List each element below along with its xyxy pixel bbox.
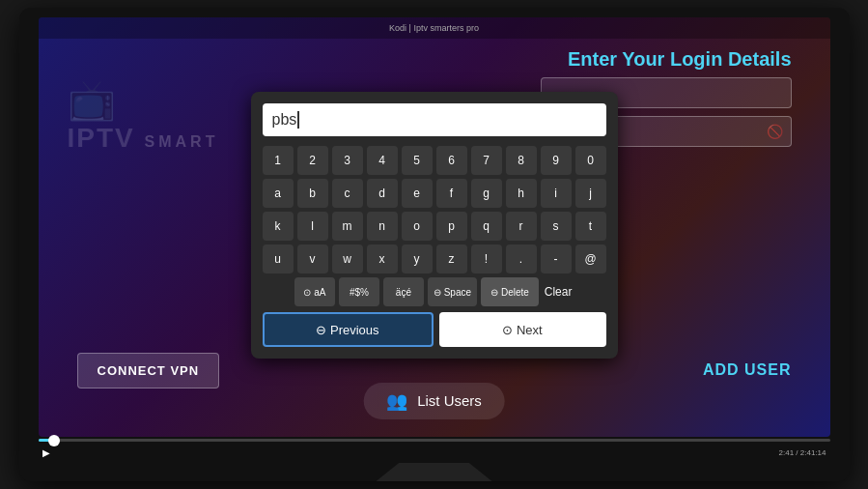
key-symbols[interactable]: #$% bbox=[339, 277, 379, 306]
tv-frame: Kodi | Iptv smarters pro 📺 IPTV SMART En… bbox=[19, 8, 850, 481]
key-delete[interactable]: ⊖ Delete bbox=[481, 277, 539, 306]
key-w[interactable]: w bbox=[332, 244, 363, 273]
key-6[interactable]: 6 bbox=[436, 146, 467, 175]
key-b[interactable]: b bbox=[297, 179, 328, 208]
keyboard-overlay: pbs 1 2 3 4 5 6 7 8 9 0 bbox=[251, 92, 618, 359]
key-3[interactable]: 3 bbox=[332, 146, 363, 175]
cursor bbox=[297, 111, 299, 129]
key-j[interactable]: j bbox=[575, 179, 606, 208]
keyboard-input[interactable]: pbs bbox=[263, 103, 606, 136]
top-bar-text: Kodi | Iptv smarters pro bbox=[389, 23, 479, 33]
key-8[interactable]: 8 bbox=[506, 146, 537, 175]
key-k[interactable]: k bbox=[263, 212, 294, 241]
play-button[interactable]: ▶ bbox=[42, 447, 50, 458]
key-at[interactable]: @ bbox=[575, 244, 606, 273]
key-s[interactable]: s bbox=[541, 212, 572, 241]
special-row: ⊙ aA #$% äçé ⊖ Space ⊖ Delete Clear bbox=[263, 277, 606, 306]
number-row: 1 2 3 4 5 6 7 8 9 0 bbox=[263, 146, 606, 175]
tv-screen: Kodi | Iptv smarters pro 📺 IPTV SMART En… bbox=[39, 17, 830, 437]
add-user-button[interactable]: ADD USER bbox=[703, 361, 792, 379]
screen-content: 📺 IPTV SMART Enter Your Login Details 🚫 bbox=[39, 39, 830, 437]
tv-bottom-controls: ▶ 2:41 / 2:41:14 bbox=[39, 442, 830, 462]
key-i[interactable]: i bbox=[541, 179, 572, 208]
logo-subtitle: SMART bbox=[145, 133, 219, 150]
key-7[interactable]: 7 bbox=[471, 146, 502, 175]
key-e[interactable]: e bbox=[402, 179, 433, 208]
key-4[interactable]: 4 bbox=[367, 146, 398, 175]
eye-icon: 🚫 bbox=[767, 124, 783, 139]
time-display: 2:41 / 2:41:14 bbox=[779, 448, 826, 457]
next-button[interactable]: ⊙ Next bbox=[439, 312, 606, 347]
key-r[interactable]: r bbox=[506, 212, 537, 241]
key-5[interactable]: 5 bbox=[402, 146, 433, 175]
connect-vpn-button[interactable]: CONNECT VPN bbox=[77, 353, 220, 388]
key-t[interactable]: t bbox=[575, 212, 606, 241]
letters-row-1: a b c d e f g h i j bbox=[263, 179, 606, 208]
key-q[interactable]: q bbox=[471, 212, 502, 241]
keyboard-rows: 1 2 3 4 5 6 7 8 9 0 a b bbox=[263, 146, 606, 306]
key-dash[interactable]: - bbox=[541, 244, 572, 273]
key-m[interactable]: m bbox=[332, 212, 363, 241]
key-u[interactable]: u bbox=[263, 244, 294, 273]
key-space[interactable]: ⊖ Space bbox=[428, 277, 477, 306]
key-z[interactable]: z bbox=[436, 244, 467, 273]
logo-title: IPTV bbox=[68, 123, 135, 153]
key-9[interactable]: 9 bbox=[541, 146, 572, 175]
key-0[interactable]: 0 bbox=[575, 146, 606, 175]
key-y[interactable]: y bbox=[402, 244, 433, 273]
key-a[interactable]: a bbox=[263, 179, 294, 208]
key-v[interactable]: v bbox=[297, 244, 328, 273]
key-exclaim[interactable]: ! bbox=[471, 244, 502, 273]
key-x[interactable]: x bbox=[367, 244, 398, 273]
key-f[interactable]: f bbox=[436, 179, 467, 208]
key-clear[interactable]: Clear bbox=[543, 277, 574, 306]
key-o[interactable]: o bbox=[402, 212, 433, 241]
key-l[interactable]: l bbox=[297, 212, 328, 241]
left-logo: 📺 IPTV SMART bbox=[68, 77, 219, 154]
letters-row-3: u v w x y z ! . - @ bbox=[263, 244, 606, 273]
tv-stand bbox=[377, 463, 492, 481]
key-period[interactable]: . bbox=[506, 244, 537, 273]
key-n[interactable]: n bbox=[367, 212, 398, 241]
login-heading: Enter Your Login Details bbox=[568, 48, 792, 71]
key-caps[interactable]: ⊙ aA bbox=[294, 277, 335, 306]
list-users-label: List Users bbox=[417, 392, 482, 409]
key-c[interactable]: c bbox=[332, 179, 363, 208]
list-users-icon: 👥 bbox=[386, 390, 407, 412]
key-p[interactable]: p bbox=[436, 212, 467, 241]
key-g[interactable]: g bbox=[471, 179, 502, 208]
key-1[interactable]: 1 bbox=[263, 146, 294, 175]
key-h[interactable]: h bbox=[506, 179, 537, 208]
progress-dot bbox=[48, 435, 60, 446]
key-d[interactable]: d bbox=[367, 179, 398, 208]
list-users-button[interactable]: 👥 List Users bbox=[363, 383, 505, 419]
keyboard-actions: ⊖ Previous ⊙ Next bbox=[263, 312, 606, 347]
top-bar: Kodi | Iptv smarters pro bbox=[39, 17, 830, 39]
key-accents[interactable]: äçé bbox=[383, 277, 424, 306]
progress-bar[interactable] bbox=[39, 439, 830, 443]
key-2[interactable]: 2 bbox=[297, 146, 328, 175]
letters-row-2: k l m n o p q r s t bbox=[263, 212, 606, 241]
keyboard-input-value: pbs bbox=[272, 111, 297, 129]
previous-button[interactable]: ⊖ Previous bbox=[263, 312, 434, 347]
tv-icon: 📺 bbox=[68, 77, 219, 123]
